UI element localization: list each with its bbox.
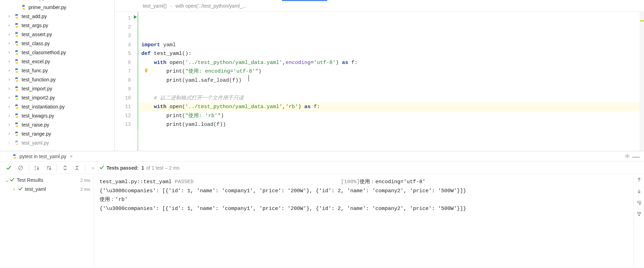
hide-panel-icon[interactable]: — — [632, 152, 640, 161]
up-icon[interactable] — [636, 177, 642, 184]
file-label: test_yaml.py — [22, 140, 49, 146]
soft-wrap-icon[interactable] — [636, 200, 642, 206]
svg-point-15 — [17, 63, 17, 63]
code-line[interactable] — [141, 147, 640, 151]
sort-duration-button[interactable] — [44, 163, 54, 173]
python-file-icon — [14, 131, 19, 137]
editor-marker-bar[interactable] — [640, 12, 644, 151]
svg-text:A: A — [34, 165, 36, 168]
tree-file-item[interactable]: test_yaml.py — [0, 138, 115, 147]
tree-file-item[interactable]: test_assert.py — [0, 30, 115, 39]
line-number[interactable]: 2 — [115, 23, 131, 32]
line-number[interactable]: 7 — [115, 67, 131, 76]
tree-file-item[interactable]: test_import2.py — [0, 93, 115, 102]
expand-all-button[interactable] — [60, 163, 70, 173]
svg-point-28 — [16, 123, 16, 123]
editor-body[interactable]: 12345678910111213 import yamldef test_ya… — [115, 12, 644, 151]
svg-point-29 — [17, 126, 17, 127]
line-number[interactable]: 13 — [115, 120, 131, 129]
python-file-icon — [14, 140, 19, 146]
scroll-to-end-icon[interactable] — [636, 211, 642, 218]
code-line[interactable]: print("使用: 'rb'") — [141, 112, 640, 121]
line-number[interactable]: 5 — [115, 49, 131, 58]
tree-file-item[interactable]: test_function.py — [0, 75, 115, 84]
console-side-toolbar — [634, 174, 644, 268]
svg-point-9 — [17, 36, 17, 36]
tree-file-item[interactable]: test_excel.py — [0, 57, 115, 66]
tree-file-item[interactable]: test_raise.py — [0, 120, 115, 129]
svg-line-43 — [629, 157, 629, 158]
tree-file-item[interactable]: test_instantiation.py — [0, 102, 115, 111]
svg-point-17 — [17, 72, 17, 72]
breadcrumb-func[interactable]: test_yaml() — [143, 3, 167, 9]
chevron-right-icon[interactable]: › — [13, 186, 18, 192]
breadcrumb-with[interactable]: with open('../test_python/yaml_... — [175, 3, 246, 9]
code-line[interactable]: with open('../test_python/yaml_data.yaml… — [139, 103, 644, 112]
code-line[interactable]: def test_yaml(): — [141, 49, 640, 58]
svg-point-19 — [17, 81, 17, 81]
tree-file-item[interactable]: test_args.py — [0, 21, 115, 30]
project-tree[interactable]: num.pyprime_number.pytest_add.pytest_arg… — [0, 0, 115, 151]
down-icon[interactable] — [636, 188, 642, 195]
gutter[interactable]: 12345678910111213 — [115, 12, 136, 151]
line-number[interactable]: 10 — [115, 94, 131, 103]
close-tab-icon[interactable]: × — [70, 154, 73, 159]
gear-icon[interactable] — [625, 153, 630, 160]
results-child-row[interactable]: › test_yaml 2 ms — [0, 185, 94, 194]
sort-alpha-button[interactable]: AZ — [32, 163, 42, 173]
toolbar-more-icon[interactable]: » — [92, 165, 94, 171]
python-file-icon — [14, 23, 19, 28]
file-label: test_import.py — [22, 86, 52, 91]
file-label: test_add.py — [22, 14, 47, 19]
tree-file-item[interactable]: num.py — [0, 0, 115, 3]
tree-file-item[interactable]: prime_number.py — [0, 3, 115, 12]
breadcrumb[interactable]: test_yaml() › with open('../test_python/… — [115, 0, 644, 12]
results-child-label: test_yaml — [25, 186, 46, 192]
python-file-icon — [21, 5, 26, 10]
line-number[interactable]: 4 — [115, 41, 131, 50]
svg-point-5 — [17, 18, 17, 18]
warning-stripe[interactable] — [640, 20, 644, 22]
results-root-row[interactable]: ⌄ Test Results 2 ms — [0, 176, 94, 185]
code-line[interactable]: with open('../test_python/yaml_data.yaml… — [141, 58, 640, 67]
line-number[interactable]: 1 — [115, 14, 131, 23]
svg-line-47 — [19, 167, 22, 169]
toolbar-sep — [57, 164, 57, 172]
svg-point-20 — [16, 87, 16, 87]
tree-file-item[interactable]: test_import.py — [0, 84, 115, 93]
chevron-down-icon[interactable]: ⌄ — [5, 177, 10, 183]
code-line[interactable]: print(yaml.safe_load(f)) — [141, 76, 640, 85]
code-line[interactable]: print("使用: encoding='utf-8'") — [141, 67, 640, 76]
show-passed-toggle[interactable] — [3, 163, 14, 173]
tree-file-item[interactable]: test_classmethod.py — [0, 48, 115, 57]
console-output[interactable]: test_yaml.py::test_yaml PASSED [100%]使用：… — [94, 174, 634, 268]
test-results-tree[interactable]: ⌄ Test Results 2 ms › test_yaml 2 ms — [0, 174, 94, 268]
tree-file-item[interactable]: test_range.py — [0, 129, 115, 138]
collapse-all-button[interactable] — [72, 163, 82, 173]
code-line[interactable] — [141, 85, 640, 94]
code-area[interactable]: import yamldef test_yaml(): with open('.… — [137, 12, 640, 151]
code-line[interactable] — [141, 129, 640, 138]
file-label: test_instantiation.py — [22, 104, 65, 109]
line-number[interactable]: 8 — [115, 76, 131, 85]
code-line[interactable]: print(yaml.load(f)) — [141, 120, 640, 129]
line-number[interactable]: 12 — [115, 112, 131, 121]
tree-file-item[interactable]: test_kwagrs.py — [0, 111, 115, 120]
tree-file-item[interactable]: test_class.py — [0, 39, 115, 48]
svg-point-21 — [17, 90, 17, 90]
file-label: test_classmethod.py — [22, 50, 66, 55]
file-label: test_assert.py — [22, 32, 52, 37]
code-line[interactable] — [141, 138, 640, 147]
run-tab-label[interactable]: pytest in test_yaml.py — [19, 154, 66, 159]
line-number[interactable]: 9 — [115, 85, 131, 94]
line-number[interactable]: 11 — [115, 103, 131, 112]
show-ignored-toggle[interactable] — [15, 163, 26, 173]
code-line[interactable]: import yaml — [141, 41, 640, 50]
tree-file-item[interactable]: test_add.py — [0, 12, 115, 21]
code-line[interactable]: # 以二进制格式打开一个文件用于只读 — [141, 94, 640, 103]
file-label: test_kwagrs.py — [22, 113, 54, 119]
tree-file-item[interactable]: test_func.py — [0, 66, 115, 75]
line-number[interactable]: 3 — [115, 32, 131, 41]
line-number[interactable]: 6 — [115, 58, 131, 67]
console-line: test_yaml.py::test_yaml PASSED [100%]使用：… — [100, 178, 628, 187]
